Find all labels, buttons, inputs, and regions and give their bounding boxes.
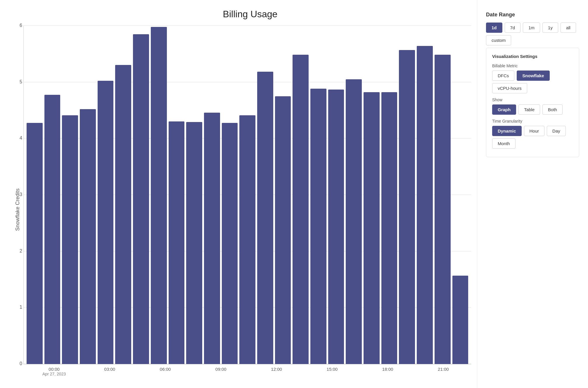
bar-14: [275, 96, 291, 364]
x-time-6: 18:00: [382, 367, 393, 372]
x-label-group-1: 03:00: [82, 367, 137, 376]
billable-metric-btn-DFCs[interactable]: DFCs: [492, 71, 514, 81]
x-label-group-4: 12:00: [249, 367, 304, 376]
y-label-2: 2: [11, 248, 22, 254]
main-area: Billing Usage Snowflake Credits 6543210 …: [0, 0, 477, 388]
time-granularity-btn-Month[interactable]: Month: [492, 138, 516, 149]
chart-container: Snowflake Credits 6543210 00:00Apr 27, 2…: [12, 25, 471, 376]
visualization-settings: Visualization Settings Billable Metric D…: [486, 48, 579, 157]
chart-inner: 6543210 00:00Apr 27, 202303:0006:0009:00…: [23, 25, 471, 376]
bar-6: [133, 34, 149, 364]
x-time-5: 15:00: [327, 367, 338, 372]
x-label-group-7: 21:00: [416, 367, 471, 376]
y-label-5: 5: [11, 79, 22, 85]
billable-metric-label: Billable Metric: [492, 63, 573, 68]
bar-13: [257, 72, 273, 364]
time-granularity-btn-Day[interactable]: Day: [547, 126, 566, 136]
y-label-0: 0: [11, 361, 22, 366]
bar-0: [27, 123, 43, 364]
x-label-group-0: 00:00Apr 27, 2023: [26, 367, 82, 376]
show-btn-Graph[interactable]: Graph: [492, 104, 516, 115]
x-time-1: 03:00: [104, 367, 115, 372]
sidebar: Date Range 1d7d1m1yallcustom Visualizati…: [477, 0, 588, 388]
date-range-btn-all[interactable]: all: [561, 23, 576, 33]
x-time-0: 00:00: [49, 367, 60, 372]
show-label: Show: [492, 97, 573, 102]
time-granularity-group: DynamicHourDayMonth: [492, 126, 573, 149]
billable-metric-btn-vCPU-hours[interactable]: vCPU-hours: [492, 83, 527, 93]
y-label-4: 4: [11, 135, 22, 141]
bar-17: [328, 90, 344, 364]
billable-metric-btn-Snowflake[interactable]: Snowflake: [517, 71, 549, 81]
bar-21: [399, 50, 415, 364]
show-btn-Table[interactable]: Table: [518, 104, 540, 115]
x-time-3: 09:00: [215, 367, 226, 372]
time-granularity-btn-Hour[interactable]: Hour: [524, 126, 545, 136]
bar-1: [44, 95, 60, 364]
vis-title: Visualization Settings: [492, 54, 573, 59]
time-granularity-label: Time Granularity: [492, 119, 573, 123]
x-time-4: 12:00: [271, 367, 282, 372]
y-label-1: 1: [11, 305, 22, 310]
date-range-btn-1y[interactable]: 1y: [542, 23, 558, 33]
bar-11: [222, 123, 238, 364]
y-label-3: 3: [11, 192, 22, 197]
bar-12: [239, 115, 255, 364]
y-label-6: 6: [11, 23, 22, 28]
x-date-0: Apr 27, 2023: [42, 372, 66, 376]
x-label-group-3: 09:00: [193, 367, 249, 376]
time-granularity-btn-Dynamic[interactable]: Dynamic: [492, 126, 522, 136]
show-group: GraphTableBoth: [492, 104, 573, 115]
bar-2: [62, 115, 78, 364]
y-axis-label: Snowflake Credits: [12, 25, 23, 376]
date-range-btn-7d[interactable]: 7d: [505, 23, 521, 33]
x-label-group-6: 18:00: [360, 367, 416, 376]
bar-19: [364, 92, 380, 364]
bar-15: [293, 55, 309, 364]
date-range-group: 1d7d1m1yallcustom: [486, 23, 579, 45]
x-label-group-5: 15:00: [304, 367, 360, 376]
bar-3: [80, 109, 96, 364]
date-range-btn-1d[interactable]: 1d: [486, 23, 502, 33]
bars-area: [24, 25, 471, 364]
bar-10: [204, 113, 220, 364]
x-time-7: 21:00: [438, 367, 449, 372]
bar-4: [98, 81, 114, 364]
bar-23: [435, 55, 451, 364]
bar-24: [452, 276, 468, 364]
bar-9: [186, 122, 202, 364]
date-range-btn-custom[interactable]: custom: [486, 35, 511, 45]
show-btn-Both[interactable]: Both: [542, 104, 563, 115]
x-label-group-2: 06:00: [138, 367, 193, 376]
bar-5: [115, 65, 131, 364]
date-range-title: Date Range: [486, 12, 579, 18]
bar-20: [381, 92, 397, 364]
date-range-btn-1m[interactable]: 1m: [523, 23, 540, 33]
chart-plot: 6543210: [23, 25, 471, 364]
x-time-2: 06:00: [160, 367, 171, 372]
bar-22: [417, 46, 433, 364]
bar-16: [310, 89, 326, 364]
page-title: Billing Usage: [29, 9, 471, 20]
billable-metric-group: DFCsSnowflakevCPU-hours: [492, 71, 573, 93]
bar-8: [169, 121, 185, 364]
bar-7: [151, 27, 167, 364]
x-axis: 00:00Apr 27, 202303:0006:0009:0012:0015:…: [23, 364, 471, 376]
bar-18: [346, 79, 362, 364]
